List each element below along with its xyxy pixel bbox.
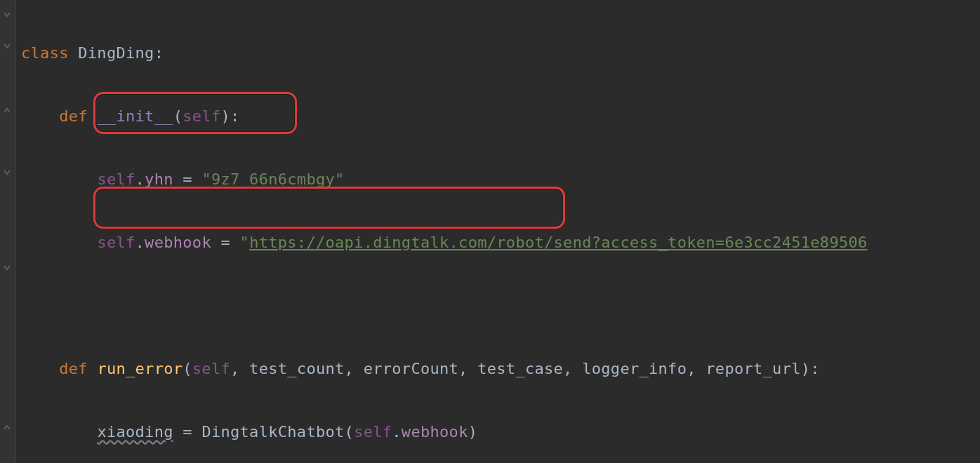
param-error-count: errorCount <box>364 360 458 377</box>
param-logger-info: logger_info <box>582 360 687 377</box>
self-ref: self <box>97 234 135 251</box>
self-param: self <box>192 360 230 377</box>
keyword-class: class <box>21 44 69 62</box>
fold-icon[interactable] <box>2 10 12 20</box>
dingtalk-chatbot: DingtalkChatbot <box>201 423 344 441</box>
attr-webhook: webhook <box>145 234 211 251</box>
method-run-error: run_error <box>97 360 183 377</box>
code-text[interactable]: class DingDing: def __init__(self): self… <box>15 0 980 463</box>
webhook-url: https://oapi.dingtalk.com/robot/send?acc… <box>249 234 867 251</box>
attr-yhn: yhn <box>145 170 173 188</box>
gutter <box>0 0 16 463</box>
param-test-count: test_count <box>249 360 344 377</box>
self-param: self <box>183 107 220 125</box>
string-open-quote: " <box>240 234 250 251</box>
keyword-def: def <box>59 360 88 377</box>
fold-icon[interactable] <box>2 168 12 177</box>
self-ref: self <box>97 170 135 188</box>
fold-icon[interactable] <box>2 263 12 273</box>
attr-webhook-ref: webhook <box>402 423 468 441</box>
keyword-def: def <box>59 107 88 125</box>
assign-op: = <box>211 234 240 251</box>
class-name: DingDing <box>78 44 154 62</box>
param-test-case: test_case <box>477 360 563 377</box>
init-method: __init__ <box>97 107 173 125</box>
code-editor[interactable]: class DingDing: def __init__(self): self… <box>0 0 980 463</box>
self-ref: self <box>354 423 392 441</box>
string-yhn: "9z7_66n6cmbgy" <box>201 170 344 188</box>
var-xiaoding: xiaoding <box>97 423 173 441</box>
fold-end-icon[interactable] <box>2 422 12 432</box>
fold-end-icon[interactable] <box>2 105 12 115</box>
param-report-url: report_url <box>706 360 800 377</box>
fold-icon[interactable] <box>2 41 12 51</box>
